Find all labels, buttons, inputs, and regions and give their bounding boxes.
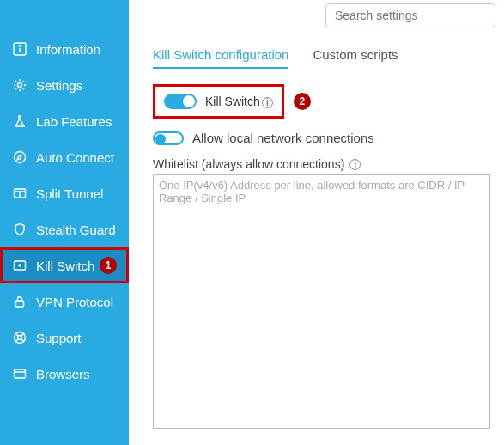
search-input[interactable]: [325, 3, 495, 27]
sidebar-item-stealth-guard[interactable]: Stealth Guard: [0, 211, 129, 247]
sidebar-item-lab-features[interactable]: Lab Features: [0, 103, 129, 139]
annotation-badge-2: 2: [294, 93, 311, 110]
whitelist-label: Whitelist (always allow connections)i: [153, 157, 490, 171]
shield-icon: [12, 222, 27, 237]
svg-point-3: [18, 83, 22, 88]
kill-switch-label-text: Kill Switch: [205, 94, 260, 108]
svg-line-15: [15, 339, 18, 342]
flask-icon: [12, 113, 27, 129]
sidebar-item-label: Split Tunnel: [36, 186, 103, 201]
sidebar: Information Settings Lab Features Auto C…: [0, 0, 129, 445]
svg-point-12: [18, 336, 22, 340]
search-bar: [129, 0, 504, 30]
killswitch-icon: [12, 258, 27, 273]
whitelist-textarea[interactable]: [153, 174, 490, 429]
lock-icon: [12, 294, 27, 309]
sidebar-item-settings[interactable]: Settings: [0, 67, 129, 103]
sidebar-item-split-tunnel[interactable]: Split Tunnel: [0, 175, 129, 211]
sidebar-item-auto-connect[interactable]: Auto Connect: [0, 139, 129, 175]
compass-icon: [12, 149, 27, 165]
sidebar-item-browsers[interactable]: Browsers: [0, 356, 129, 392]
tab-kill-switch-config[interactable]: Kill Switch configuration: [153, 47, 288, 69]
info-icon[interactable]: i: [349, 159, 361, 170]
svg-point-2: [19, 46, 21, 47]
svg-point-9: [19, 265, 21, 266]
sidebar-item-information[interactable]: Information: [0, 31, 129, 67]
sidebar-item-vpn-protocol[interactable]: VPN Protocol: [0, 283, 129, 320]
sidebar-item-label: Stealth Guard: [36, 222, 116, 237]
kill-switch-label: Kill Switchi: [205, 94, 273, 108]
info-icon[interactable]: i: [262, 97, 273, 108]
svg-line-13: [15, 333, 18, 336]
sidebar-item-label: VPN Protocol: [36, 295, 113, 309]
sidebar-item-support[interactable]: Support: [0, 320, 129, 356]
browser-icon: [12, 366, 27, 381]
lifebuoy-icon: [12, 330, 27, 345]
sidebar-item-label: Browsers: [36, 367, 90, 381]
allow-local-toggle[interactable]: [153, 131, 184, 145]
split-icon: [12, 186, 27, 201]
annotation-badge-1: 1: [100, 257, 117, 274]
sidebar-item-kill-switch[interactable]: Kill Switch 1: [0, 247, 129, 283]
whitelist-label-text: Whitelist (always allow connections): [153, 157, 344, 171]
svg-line-14: [21, 333, 24, 336]
sidebar-item-label: Support: [36, 331, 82, 345]
sidebar-item-label: Settings: [36, 78, 82, 93]
sidebar-item-label: Lab Features: [36, 114, 112, 129]
gear-icon: [12, 77, 27, 93]
svg-rect-17: [15, 369, 26, 378]
svg-line-16: [21, 339, 24, 342]
svg-point-4: [15, 152, 26, 163]
tabs: Kill Switch configuration Custom scripts: [153, 47, 490, 69]
sidebar-item-label: Kill Switch: [36, 259, 94, 273]
main-panel: Kill Switch configuration Custom scripts…: [129, 0, 504, 445]
kill-switch-toggle[interactable]: [164, 94, 197, 109]
sidebar-item-label: Auto Connect: [36, 150, 114, 165]
tab-custom-scripts[interactable]: Custom scripts: [313, 47, 398, 69]
svg-rect-10: [16, 301, 24, 307]
info-icon: [12, 41, 27, 57]
allow-local-label: Allow local network connections: [192, 131, 374, 145]
kill-switch-toggle-row: Kill Switchi 2: [153, 84, 284, 119]
sidebar-item-label: Information: [36, 42, 100, 57]
